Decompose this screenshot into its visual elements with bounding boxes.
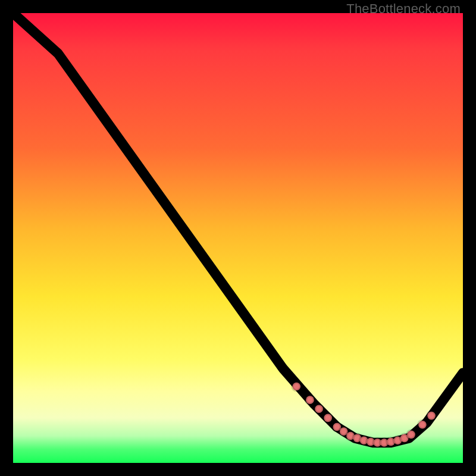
marker-dot [427, 412, 436, 420]
curve-overlay [13, 13, 463, 463]
marker-dot [324, 414, 332, 422]
marker-dot [418, 421, 427, 429]
marker-dot [292, 383, 300, 391]
marker-dot [407, 431, 415, 439]
marker-dot [306, 396, 314, 404]
marker-dot [315, 405, 323, 413]
chart-frame: TheBottleneck.com [0, 0, 476, 476]
bottleneck-curve [13, 13, 463, 443]
marker-group [292, 383, 435, 447]
